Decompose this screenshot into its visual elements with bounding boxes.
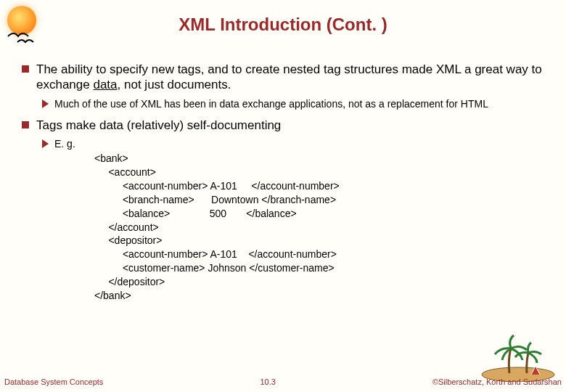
bullet-2-sub-label: E. g. [54,137,75,150]
triangle-bullet-icon [42,99,49,108]
island-decoration [475,331,562,382]
bullet-1-text: The ability to specify new tags, and to … [36,62,551,93]
bullet-2-text: Tags make data (relatively) self-documen… [36,118,281,133]
xml-code-example: <bank> <account> <account-number> A-101 … [94,152,551,303]
footer-left: Database System Concepts [4,377,103,386]
slide-title: XML Introduction (Cont. ) [0,0,566,35]
code-line: <account-number> A-101 </account-number> [94,248,551,261]
code-line: <customer-name> Johnson </customer-name> [94,261,551,275]
code-line: <branch-name> Downtown </branch-name> [94,193,551,207]
code-line: <account> [94,166,551,179]
code-line: <account-number> A-101 </account-number> [94,179,551,193]
code-line: </depositor> [94,275,551,289]
birds-icon [4,6,48,46]
bullet-2: Tags make data (relatively) self-documen… [22,118,551,133]
sun-decoration [4,6,48,41]
bullet-1-suffix: , not just documents. [118,78,231,91]
bullet-1: The ability to specify new tags, and to … [22,62,551,93]
footer-right: ©Silberschatz, Korth and Sudarshan [432,377,562,386]
code-line: </bank> [94,289,551,303]
footer-center: 10.3 [260,377,275,386]
bullet-1-sub-text: Much of the use of XML has been in data … [54,97,488,110]
slide-body: The ability to specify new tags, and to … [22,62,551,303]
triangle-bullet-icon [42,139,49,148]
bullet-1-sub: Much of the use of XML has been in data … [42,97,551,110]
code-line: <depositor> [94,234,551,248]
code-line: <bank> [94,152,551,166]
code-line: </account> [94,221,551,234]
square-bullet-icon [22,121,29,128]
square-bullet-icon [22,65,29,73]
code-line: <balance> 500 </balance> [94,207,551,221]
bullet-1-underlined: data [93,78,117,91]
slide-footer: Database System Concepts 10.3 ©Silbersch… [4,377,562,386]
bullet-2-sub: E. g. [42,137,551,150]
